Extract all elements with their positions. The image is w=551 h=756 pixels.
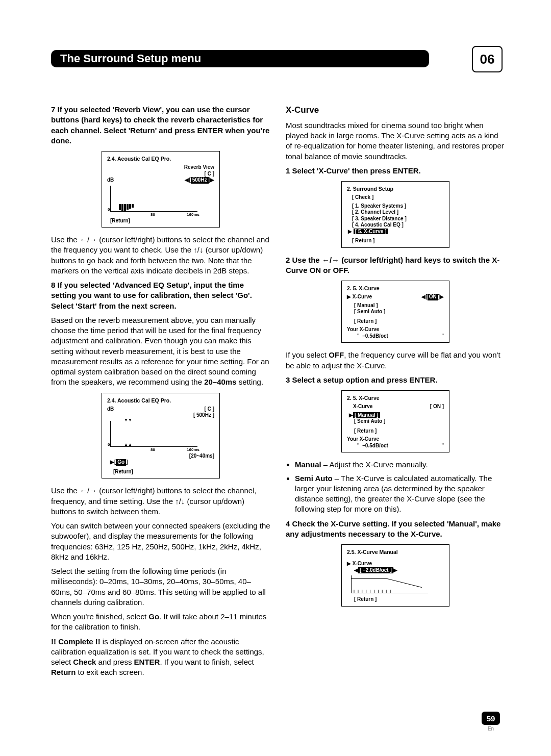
marker-down-icon: ▼▼ — [124, 418, 132, 423]
osd-item: [ Check ] — [352, 194, 444, 201]
step8-para-a: Based on the reverb measurement above, y… — [51, 315, 270, 388]
page-number: 59 — [482, 712, 500, 725]
step-1-heading: 1 Select 'X-Curve' then press ENTER. — [286, 166, 505, 176]
osd-subtitle: Reverb View — [184, 164, 214, 171]
marker-up-icon: ▲▲ — [124, 442, 132, 447]
osd-channel: [ C ] — [205, 171, 214, 178]
header-title: The Surround Setup menu — [51, 50, 429, 67]
osd-xcurve-manual: 2.5. X-Curve Manual ▶ X-Curve ◀[ –2.0dB/… — [341, 544, 449, 607]
osd-your-xcurve: Your X-Curve — [347, 326, 444, 333]
tick: 0 — [108, 442, 110, 447]
tick: 160ms — [187, 212, 199, 217]
osd-range: [20~40ms] — [189, 453, 214, 460]
step8-para-e: When you're finished, select Go. It will… — [51, 612, 270, 633]
option-list: Manual – Adjust the X-Curve manually. Se… — [286, 460, 505, 514]
osd-xcurve-onoff: 2. 5. X-Curve ▶ X-Curve ◀[ON]▶ [ Manual … — [341, 281, 449, 343]
osd-val-sel: ◀[ –2.0dB/oct ]▶ — [354, 567, 444, 574]
osd-item: [ 3. Speaker Distance ] — [352, 216, 444, 222]
content-columns: 7 If you selected 'Reverb View', you can… — [51, 105, 505, 682]
osd-advanced-eq: 2.4. Acoustic Cal EQ Pro. dB [ C ] [ 500… — [102, 393, 220, 479]
page-language: En — [482, 726, 500, 732]
osd-return: [Return] — [110, 218, 214, 224]
step8-para-d: Select the setting from the following ti… — [51, 566, 270, 608]
chapter-number: 06 — [472, 46, 503, 72]
osd-item: [ Manual ] — [354, 303, 444, 309]
arrow-up-icon: ↑ — [193, 245, 197, 254]
step-7-heading: 7 If you selected 'Reverb View', you can… — [51, 105, 270, 146]
osd-item-selected: ▶[ Manual ] — [349, 412, 444, 419]
arrow-up-icon: ↑ — [175, 497, 179, 506]
list-item: Semi Auto – The X-Curve is calculated au… — [295, 473, 505, 515]
osd-row: X-Curve [ ON ] — [347, 404, 444, 410]
tick: 0 — [108, 207, 110, 212]
step8-para-f: !! Complete !! is displayed on-screen af… — [51, 637, 270, 678]
tick: 160ms — [187, 447, 199, 452]
osd-item: [ Semi Auto ] — [354, 309, 444, 315]
osd-item-selected: ▶ [ 5. X-Curve ] — [348, 229, 444, 235]
osd-return: [Return] — [113, 469, 214, 475]
right-column: X-Curve Most soundtracks mixed for cinem… — [286, 105, 505, 682]
xcurve-intro: Most soundtracks mixed for cinema sound … — [286, 120, 505, 162]
step8-para-b: Use the ←/→ (cursor left/right) buttons … — [51, 486, 270, 517]
page: The Surround Setup menu 06 7 If you sele… — [0, 0, 551, 756]
step-8-heading: 8 If you selected 'Advanced EQ Setup', i… — [51, 280, 270, 311]
osd-db: dB — [107, 177, 114, 184]
osd-item: [ 4. Acoustic Cal EQ ] — [352, 222, 444, 229]
osd-your-xcurve: Your X-Curve — [347, 436, 444, 443]
osd-graph: | | | | | | | | | | — [351, 575, 428, 593]
step8-para-c: You can switch between your connected sp… — [51, 521, 270, 562]
osd-freq-sel: ◀[500Hz]▶ — [185, 177, 214, 184]
osd-item: [ 1. Speaker Systems ] — [352, 203, 444, 210]
tick: 80 — [151, 447, 155, 452]
step-2-heading: 2 Use the ←/→ (cursor left/right) hard k… — [286, 255, 505, 276]
osd-db: dB — [107, 406, 114, 419]
osd-go-row: ▶[Go] — [110, 459, 214, 466]
graph-ticks: | | | | | | | | | | — [354, 589, 392, 594]
osd-surround-setup-menu: 2. Surround Setup [ Check ] [ 1. Speaker… — [341, 181, 449, 248]
arrow-right-icon: → — [332, 256, 339, 264]
osd-xcurve-options: 2. 5. X-Curve X-Curve [ ON ] ▶[ Manual ]… — [341, 390, 449, 452]
xcurve-heading: X-Curve — [286, 105, 505, 116]
osd-row: dB [ C ] [ 500Hz ] — [107, 406, 214, 419]
osd-return: [ Return ] — [354, 596, 444, 603]
osd-graph: 0 80 160ms ▼▼ ▲▲ — [110, 421, 197, 447]
osd-row: [ C ] — [107, 171, 214, 178]
osd-row: " –0.5dB/oct " — [347, 333, 444, 340]
osd-title: 2.5. X-Curve Manual — [347, 549, 444, 556]
osd-return: [ Return ] — [352, 238, 444, 244]
osd-row: [20~40ms] — [107, 453, 214, 460]
osd-title: 2.4. Acoustic Cal EQ Pro. — [107, 156, 214, 162]
step-3-heading: 3 Select a setup option and press ENTER. — [286, 375, 505, 385]
left-column: 7 If you selected 'Reverb View', you can… — [51, 105, 270, 682]
step7-para-a: Use the ←/→ (cursor left/right) buttons … — [51, 235, 270, 276]
osd-title: 2. 5. X-Curve — [347, 285, 444, 292]
osd-row: dB ◀[500Hz]▶ — [107, 177, 214, 184]
arrow-down-icon: ↓ — [199, 245, 204, 254]
osd-item: [ 2. Channel Level ] — [352, 209, 444, 216]
osd-return: [ Return ] — [354, 318, 444, 325]
graph-bars — [119, 204, 134, 211]
step-4-heading: 4 Check the X-Curve setting. If you sele… — [286, 519, 505, 540]
osd-channel: [ C ] — [205, 406, 214, 412]
arrow-left-icon: ← — [80, 486, 87, 495]
osd-row: ▶ X-Curve — [347, 561, 444, 567]
arrow-left-icon: ← — [80, 235, 87, 244]
osd-title: 2.4. Acoustic Cal EQ Pro. — [107, 397, 214, 404]
page-footer: 59 En — [482, 712, 500, 732]
osd-row: ▶ X-Curve ◀[ON]▶ — [347, 294, 444, 300]
tick: 80 — [151, 212, 155, 217]
osd-reverb-view: 2.4. Acoustic Cal EQ Pro. Reverb View [ … — [102, 151, 220, 228]
osd-return: [ Return ] — [354, 428, 444, 435]
arrow-right-icon: → — [89, 486, 97, 495]
osd-title: 2. 5. X-Curve — [347, 395, 444, 401]
osd-title: 2. Surround Setup — [347, 186, 444, 192]
header-bar: The Surround Setup menu — [51, 50, 505, 67]
osd-row: Reverb View — [107, 164, 214, 171]
osd-freq: [ 500Hz ] — [193, 412, 214, 418]
osd-item: [ Semi Auto ] — [354, 418, 444, 425]
step2-para-a: If you select OFF, the frequency curve w… — [286, 350, 505, 371]
arrow-left-icon: ← — [322, 256, 330, 264]
osd-row: " –0.5dB/oct " — [347, 443, 444, 449]
osd-graph: 0 80 160ms — [110, 186, 197, 212]
list-item: Manual – Adjust the X-Curve manually. — [295, 460, 505, 470]
